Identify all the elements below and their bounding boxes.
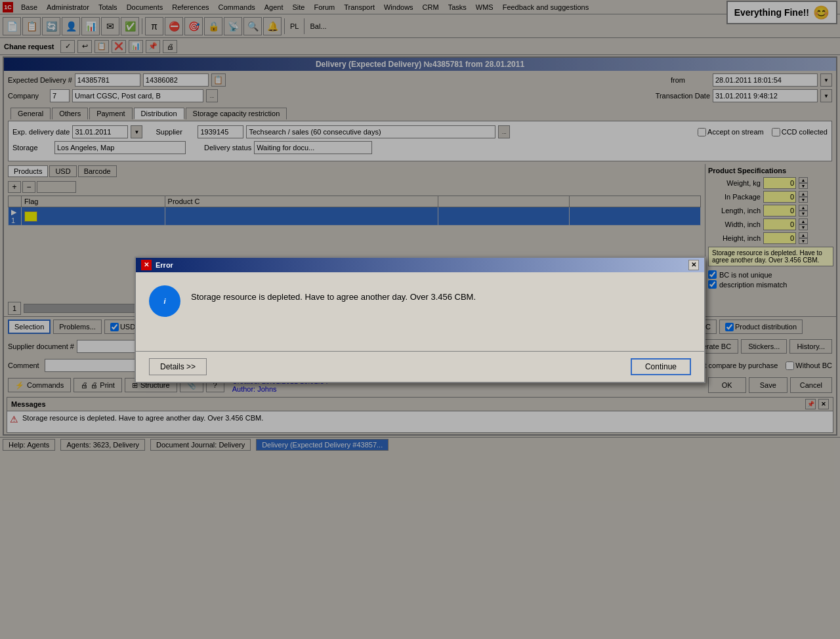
dialog-title: Error — [156, 261, 173, 269]
dialog-body: i Storage resource is depleted. Have to … — [136, 272, 704, 351]
details-button[interactable]: Details >> — [149, 358, 207, 375]
dialog-message: Storage resource is depleted. Have to ag… — [191, 285, 691, 302]
dialog-title-bar: ✕ Error ✕ — [136, 258, 704, 272]
continue-button[interactable]: Continue — [631, 358, 691, 375]
error-dialog: ✕ Error ✕ i Storage resource is depleted… — [135, 257, 705, 383]
error-icon: ✕ — [141, 260, 152, 270]
error-dialog-overlay: ✕ Error ✕ i Storage resource is depleted… — [0, 0, 840, 639]
dialog-info-icon: i — [149, 285, 180, 317]
dialog-close-button[interactable]: ✕ — [688, 260, 699, 270]
dialog-footer: Details >> Continue — [136, 351, 704, 382]
